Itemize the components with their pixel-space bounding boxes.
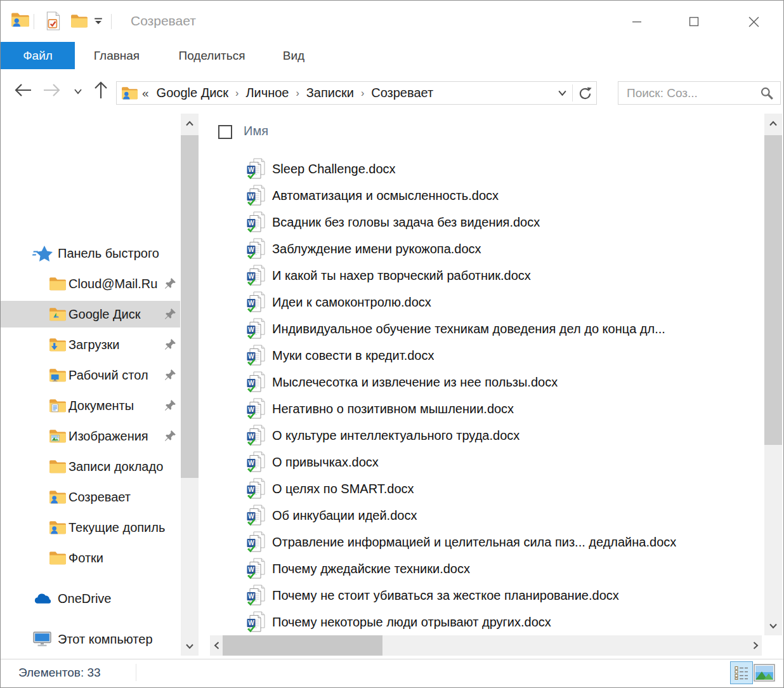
address-dropdown-chevron-icon[interactable] — [558, 89, 567, 96]
forward-button[interactable] — [42, 83, 62, 98]
file-row[interactable]: W Отравление информацией и целительная с… — [210, 529, 762, 555]
thumbnail-view-button[interactable] — [753, 661, 776, 684]
file-row[interactable]: W О культуре интеллектуального труда.doc… — [210, 422, 762, 449]
word-doc-synced-icon: W — [247, 611, 266, 633]
svg-text:W: W — [248, 353, 254, 360]
sidebar-item[interactable]: Загрузки — [1, 329, 180, 360]
file-row[interactable]: W Индивидуальное обучение техникам довед… — [210, 315, 762, 342]
file-name: Почему не стоит убиваться за жесткое пла… — [272, 588, 619, 603]
file-name: Индивидуальное обучение техникам доведен… — [272, 322, 665, 336]
name-column-header[interactable]: Имя — [244, 124, 268, 138]
word-doc-synced-icon: W — [247, 185, 266, 206]
sidebar-item[interactable]: Google Диск — [1, 301, 180, 327]
minimize-button[interactable] — [622, 12, 651, 31]
sidebar-item[interactable]: Панель быстрого — [1, 238, 180, 268]
address-divider — [572, 84, 573, 102]
scroll-up-icon[interactable] — [764, 114, 782, 133]
statusbar-divider — [136, 664, 136, 681]
file-row[interactable]: W Заблуждение имени рукожопа.docx — [210, 235, 762, 262]
file-row[interactable]: W Об инкубации идей.docx — [210, 502, 762, 529]
file-row[interactable]: W Негативно о позитивном мышлении.docx — [210, 395, 762, 422]
recent-locations-chevron-icon[interactable] — [74, 88, 82, 95]
search-box — [618, 81, 781, 105]
details-view-button[interactable] — [730, 661, 753, 684]
content-scrollbar-vertical[interactable] — [764, 114, 782, 635]
qat-new-folder-icon[interactable] — [70, 13, 88, 29]
file-row[interactable]: W Sleep Challenge.docx — [210, 155, 762, 182]
word-doc-synced-icon: W — [247, 158, 266, 180]
word-doc-synced-icon: W — [247, 291, 266, 313]
content-scrollbar-thumb[interactable] — [764, 135, 782, 445]
tab-home[interactable]: Главная — [85, 42, 148, 69]
sidebar-item-label: Записи докладо — [69, 460, 163, 474]
scroll-right-icon[interactable] — [749, 635, 762, 656]
word-doc-synced-icon: W — [247, 345, 266, 366]
titlebar-separator — [34, 14, 34, 29]
sidebar-item[interactable]: OneDrive — [1, 583, 180, 614]
sidebar-item[interactable]: Изображения — [1, 421, 180, 451]
sidebar-item-label: Google Диск — [69, 307, 141, 322]
file-row[interactable]: W Идеи к самоконтролю.docx — [210, 289, 762, 315]
word-doc-synced-icon: W — [247, 318, 266, 340]
file-row[interactable]: W И какой ты нахер творческий работник.d… — [210, 262, 762, 289]
file-row[interactable]: W Мыслечесотка и извлечение из нее польз… — [210, 369, 762, 395]
sidebar-item[interactable]: Фотки — [1, 543, 180, 573]
svg-text:W: W — [248, 166, 254, 173]
breadcrumb: Google Диск›Личное›Записки›Созревает — [155, 86, 435, 100]
back-button[interactable] — [13, 83, 32, 98]
sidebar-item[interactable]: Документы — [1, 390, 180, 421]
file-row[interactable]: W Всадник без головы задача без видения.… — [210, 209, 762, 235]
scroll-up-icon[interactable] — [181, 114, 199, 133]
file-row[interactable]: W Почему джедайские техники.docx — [210, 555, 762, 582]
qat-properties-icon[interactable] — [45, 11, 62, 30]
close-button[interactable] — [739, 12, 768, 31]
sidebar-item[interactable]: Рабочий стол — [1, 360, 180, 390]
breadcrumb-overflow[interactable]: « — [142, 86, 149, 100]
maximize-button[interactable] — [679, 12, 709, 31]
tab-share[interactable]: Поделиться — [170, 42, 254, 69]
file-name: Негативно о позитивном мышлении.docx — [272, 402, 514, 416]
sidebar-item-label: Панель быстрого — [58, 246, 159, 261]
sidebar-item[interactable]: Cloud@Mail.Ru — [1, 268, 180, 299]
file-row[interactable]: W О целях по SMART.docx — [210, 475, 762, 502]
up-button[interactable] — [93, 81, 108, 100]
select-all-checkbox[interactable] — [218, 125, 232, 139]
search-input[interactable] — [618, 86, 760, 100]
svg-text:W: W — [248, 193, 254, 200]
scroll-down-icon[interactable] — [764, 616, 782, 635]
svg-text:W: W — [248, 326, 254, 333]
scroll-down-icon[interactable] — [181, 637, 199, 656]
scroll-left-icon[interactable] — [210, 635, 223, 656]
tab-file[interactable]: Файл — [1, 42, 75, 69]
breadcrumb-item[interactable]: Личное — [244, 86, 290, 100]
file-row[interactable]: W Муки совести в кредит.docx — [210, 342, 762, 369]
window-title: Созревает — [131, 13, 196, 29]
folder-downloads-icon — [48, 335, 68, 354]
breadcrumb-item[interactable]: Google Диск — [155, 86, 230, 100]
content-scrollbar-horizontal[interactable] — [210, 635, 762, 656]
file-name: Почему джедайские техники.docx — [272, 562, 470, 576]
sidebar-item[interactable]: Записи докладо — [1, 451, 180, 482]
horizontal-scrollbar-thumb[interactable] — [223, 635, 382, 656]
sidebar-item-label: OneDrive — [58, 592, 111, 606]
file-row[interactable]: W Автоматизация и осмысленность.docx — [210, 182, 762, 209]
address-bar[interactable]: « Google Диск›Личное›Записки›Созревает — [116, 81, 597, 105]
file-row[interactable]: W О привычках.docx — [210, 449, 762, 475]
search-icon[interactable] — [760, 86, 774, 100]
sidebar-item[interactable]: Созревает — [1, 482, 180, 512]
refresh-button[interactable] — [578, 86, 592, 101]
breadcrumb-item[interactable]: Созревает — [370, 86, 434, 100]
file-row[interactable]: W Почему не стоит убиваться за жесткое п… — [210, 582, 762, 609]
sidebar-item[interactable]: Этот компьютер — [1, 624, 180, 654]
file-name: Sleep Challenge.docx — [272, 162, 396, 176]
sidebar-scrollbar-thumb[interactable] — [181, 135, 199, 478]
file-row[interactable]: W Почему некоторые люди отрывают других.… — [210, 609, 762, 635]
qat-customize-dropdown-icon[interactable] — [94, 18, 103, 25]
tab-view[interactable]: Вид — [274, 42, 313, 69]
breadcrumb-item[interactable]: Записки — [305, 86, 355, 100]
file-name: О культуре интеллектуального труда.docx — [272, 428, 519, 443]
folder-icon — [48, 457, 68, 476]
sidebar-scrollbar[interactable] — [181, 114, 199, 656]
sidebar-item[interactable]: Текущие допиль — [1, 512, 180, 543]
word-doc-synced-icon: W — [247, 478, 266, 499]
